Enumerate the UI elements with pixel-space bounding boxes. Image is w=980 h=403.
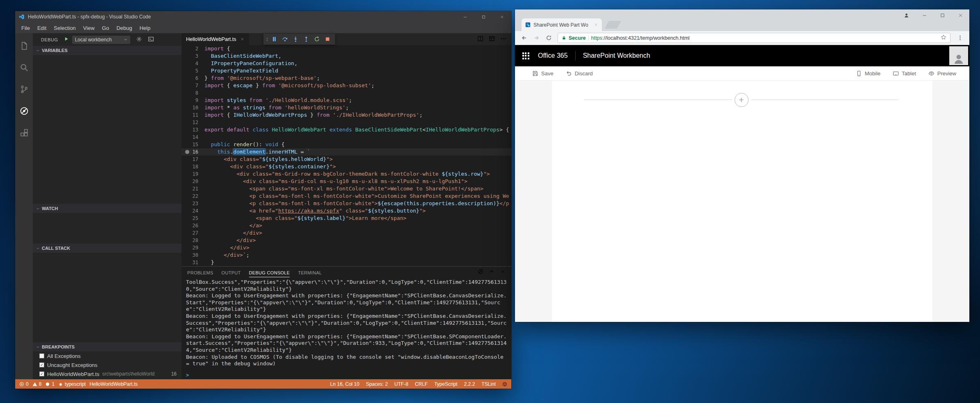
console-output[interactable]: ToolBox.Success","Properties":"{\"appver… <box>181 278 511 371</box>
breakpoint-row[interactable]: ✓HelloWorldWebPart.tssrc\webparts\helloW… <box>33 369 181 378</box>
preview-button[interactable]: Preview <box>928 70 956 77</box>
editor-code[interactable]: 2import {3 BaseClientSideWebPart,4 IProp… <box>181 45 511 266</box>
activitybar-item-debug-icon[interactable] <box>15 103 33 119</box>
breakpoint-label: Uncaught Exceptions <box>47 362 98 368</box>
editor-more-actions-icon[interactable] <box>500 36 506 43</box>
mobile-button[interactable]: Mobile <box>856 70 880 77</box>
status-spaces-2[interactable]: Spaces: 2 <box>366 381 388 387</box>
menu-item-help[interactable]: Help <box>136 24 154 32</box>
source-control-icon <box>20 85 29 94</box>
code-line-28: 28 </div> <box>181 237 511 244</box>
breakpoint-checkbox[interactable]: ✓ <box>39 371 44 376</box>
discard-button[interactable]: Discard <box>566 70 593 77</box>
debug-restart-icon[interactable] <box>312 34 322 44</box>
configure-gear-button[interactable] <box>136 36 142 43</box>
status-debug-session[interactable]: typescript <box>58 381 86 387</box>
activitybar-item-source-control-icon[interactable] <box>15 82 33 97</box>
app-launcher-button[interactable] <box>515 45 536 66</box>
panel-clear-console-icon[interactable] <box>478 269 483 276</box>
maximize-button[interactable] <box>474 11 493 23</box>
panel-tab-problems[interactable]: PROBLEMS <box>187 267 213 277</box>
back-button[interactable] <box>518 32 530 44</box>
status-warnings[interactable]: 8 <box>32 381 42 387</box>
breakpoint-checkbox[interactable]: ✓ <box>39 362 44 367</box>
sharepoint-favicon <box>525 22 531 27</box>
workbench-canvas: + <box>515 81 969 322</box>
debug-configuration-select[interactable]: Local workbench <box>72 36 130 44</box>
forward-button[interactable] <box>531 32 542 44</box>
status-active-file[interactable]: HelloWorldWebPart.ts <box>89 381 138 387</box>
status-info[interactable]: 1 <box>45 381 54 387</box>
debug-stop-icon[interactable] <box>323 34 332 44</box>
minimize-button[interactable] <box>456 11 474 23</box>
menu-item-selection[interactable]: Selection <box>50 24 79 32</box>
browser-tab[interactable]: SharePoint Web Part Wo <box>522 18 602 31</box>
panel-chevron-up-icon[interactable] <box>489 269 495 276</box>
status-errors[interactable]: 0 <box>19 381 29 387</box>
breakpoint-row[interactable]: All Exceptions <box>33 351 181 360</box>
close-button[interactable] <box>493 11 511 23</box>
add-webpart-button[interactable]: + <box>735 93 749 107</box>
maximize-button[interactable] <box>933 9 951 21</box>
feedback-button[interactable] <box>502 382 507 387</box>
profile-button[interactable] <box>897 9 915 21</box>
refresh-button[interactable] <box>543 32 554 44</box>
panel-tab-terminal[interactable]: TERMINAL <box>298 267 322 277</box>
status-utf-8[interactable]: UTF-8 <box>395 381 408 387</box>
watch-section-header[interactable]: WATCH <box>33 204 181 213</box>
save-button[interactable]: Save <box>532 70 554 77</box>
menu-item-go[interactable]: Go <box>98 24 113 32</box>
status-tslint[interactable]: TSLint <box>481 381 496 387</box>
variables-section-header[interactable]: VARIABLES <box>33 46 181 55</box>
code-line-31: 31 } <box>181 259 511 266</box>
status-crlf[interactable]: CRLF <box>415 381 428 387</box>
debug-step-into-icon[interactable] <box>291 34 300 44</box>
activitybar-item-search-icon[interactable] <box>15 60 33 75</box>
editor-layout-icon[interactable] <box>489 36 495 43</box>
activitybar-item-extensions-icon[interactable] <box>15 125 33 140</box>
vscode-logo-icon <box>19 14 25 20</box>
search-icon <box>20 63 29 72</box>
close-button[interactable] <box>951 9 969 21</box>
drag-handle-icon[interactable]: ⁞⁞ <box>266 37 267 42</box>
tab-close-icon[interactable] <box>594 23 598 27</box>
avatar[interactable] <box>949 46 968 65</box>
tablet-button[interactable]: Tablet <box>893 70 916 77</box>
minimize-button[interactable] <box>915 9 933 21</box>
bookmark-button[interactable] <box>941 34 946 41</box>
status-ln-16-col-10[interactable]: Ln 16, Col 10 <box>330 381 359 387</box>
console-input[interactable]: > <box>181 371 511 379</box>
panel-tab-debug-console[interactable]: DEBUG CONSOLE <box>249 267 290 277</box>
editor-split-editor-icon[interactable] <box>477 36 483 43</box>
debug-step-out-icon[interactable] <box>302 34 311 44</box>
debug-step-over-icon[interactable] <box>280 34 290 44</box>
call-stack-section-header[interactable]: CALL STACK <box>33 244 181 253</box>
editor-tab[interactable]: HelloWorldWebPart.ts <box>181 33 249 45</box>
new-tab-button[interactable] <box>605 21 621 29</box>
line-number: 5 <box>181 67 204 75</box>
browser-menu-button[interactable] <box>954 35 966 41</box>
tab-close-icon[interactable] <box>240 37 245 41</box>
close-icon <box>500 269 506 274</box>
breakpoints-section-header[interactable]: BREAKPOINTS <box>33 342 181 351</box>
activitybar-item-explorer-icon[interactable] <box>15 38 33 54</box>
debug-pause-icon[interactable] <box>270 34 279 44</box>
start-debugging-button[interactable] <box>64 36 69 43</box>
address-bar[interactable]: Secure https://localhost:4321/temp/workb… <box>558 33 951 43</box>
menu-item-debug[interactable]: Debug <box>113 24 136 32</box>
person-icon <box>953 53 965 65</box>
open-debug-console-button[interactable] <box>148 36 154 43</box>
status-2-2-2[interactable]: 2.2.2 <box>464 381 475 387</box>
panel-tab-output[interactable]: OUTPUT <box>222 267 241 277</box>
menu-item-file[interactable]: File <box>18 24 34 32</box>
menu-item-view[interactable]: View <box>79 24 98 32</box>
menu-item-edit[interactable]: Edit <box>34 24 50 32</box>
maximize-icon <box>940 13 945 18</box>
breakpoint-checkbox[interactable] <box>39 353 44 358</box>
office-brand[interactable]: Office 365 <box>538 52 568 59</box>
console-line: Beacon: Logged to UserEngagement with pr… <box>186 333 507 354</box>
panel-close-icon[interactable] <box>500 269 506 276</box>
breakpoint-row[interactable]: ✓Uncaught Exceptions <box>33 360 181 369</box>
security-label: Secure <box>569 35 586 41</box>
status-typescript[interactable]: TypeScript <box>434 381 458 387</box>
